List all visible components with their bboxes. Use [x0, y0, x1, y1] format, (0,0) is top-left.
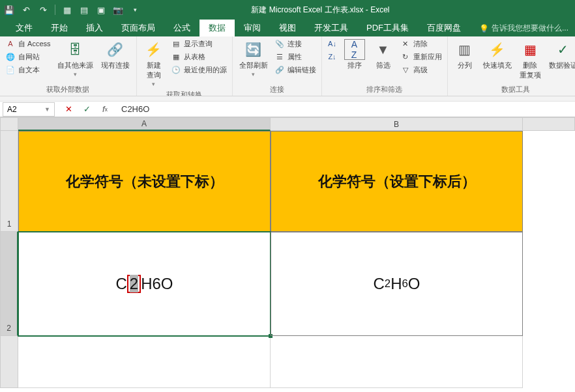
row-header-2[interactable]: 2 — [0, 232, 18, 336]
connection-icon: 🔗 — [105, 39, 126, 60]
cell-b1[interactable]: 化学符号（设置下标后） — [271, 131, 523, 232]
qat-icon-3[interactable]: ▣ — [96, 5, 106, 15]
undo-icon[interactable]: ↶ — [21, 5, 31, 15]
text-icon: 📄 — [5, 64, 16, 75]
tab-file[interactable]: 文件 — [7, 20, 42, 36]
row-header-3[interactable] — [0, 336, 18, 388]
sort-asc-icon: A↓ — [327, 38, 338, 49]
advanced-icon: ▽ — [400, 64, 411, 75]
redo-icon[interactable]: ↷ — [38, 5, 48, 15]
tab-baidu[interactable]: 百度网盘 — [418, 20, 470, 36]
group-external-data: A自 Access 🌐自网站 📄自文本 🗄自其他来源▾ 🔗现有连接 获取外部数据 — [0, 36, 137, 96]
group-title: 获取外部数据 — [4, 83, 132, 96]
group-title: 获取和转换 — [141, 89, 228, 96]
name-box[interactable]: A2 ▼ — [3, 102, 55, 117]
web-icon: 🌐 — [5, 51, 16, 62]
tell-me-label: 告诉我您想要做什么... — [492, 23, 568, 34]
from-table-button[interactable]: ▦从表格 — [170, 51, 228, 63]
cancel-edit-button[interactable]: ✕ — [63, 104, 74, 115]
dropdown-icon[interactable]: ▼ — [44, 106, 50, 113]
advanced-filter-button[interactable]: ▽高级 — [399, 64, 443, 76]
confirm-edit-button[interactable]: ✓ — [81, 104, 93, 115]
group-sort-filter: A↓ Z↓ AZ排序 ▼筛选 ✕清除 ↻重新应用 ▽高级 排序和筛选 — [322, 36, 448, 96]
tab-review[interactable]: 审阅 — [235, 20, 270, 36]
grid: A B 1 化学符号（未设置下标） 化学符号（设置下标后） 2 C2H6O C2… — [0, 117, 575, 388]
from-other-button[interactable]: 🗄自其他来源▾ — [55, 38, 96, 79]
camera-icon[interactable]: 📷 — [113, 5, 123, 15]
cell-a1[interactable]: 化学符号（未设置下标） — [18, 131, 271, 232]
b2-sub2: 6 — [402, 277, 408, 290]
fx-button[interactable]: fx — [99, 104, 111, 115]
cell-a2-pre: C — [115, 275, 126, 293]
qat-icon-2[interactable]: ▤ — [79, 5, 89, 15]
column-header-b[interactable]: B — [271, 117, 523, 131]
sort-asc-button[interactable]: A↓ — [326, 38, 339, 49]
from-text-button[interactable]: 📄自文本 — [4, 64, 52, 76]
flash-fill-button[interactable]: ⚡快速填充 — [480, 38, 514, 72]
recent-sources-button[interactable]: 🕒最近使用的源 — [170, 64, 228, 76]
edit-links-button[interactable]: 🔗编辑链接 — [273, 64, 317, 76]
edit-link-icon: 🔗 — [274, 64, 285, 75]
existing-conn-button[interactable]: 🔗现有连接 — [98, 38, 132, 72]
select-all-corner[interactable] — [0, 117, 18, 131]
filter-button[interactable]: ▼筛选 — [370, 38, 396, 72]
formula-bar: A2 ▼ ✕ ✓ fx C2H6O — [0, 102, 575, 117]
list-icon: ▤ — [171, 38, 181, 49]
cell-b2[interactable]: C2H6O — [271, 232, 523, 336]
group-title: 排序和筛选 — [326, 83, 443, 96]
ribbon: A自 Access 🌐自网站 📄自文本 🗄自其他来源▾ 🔗现有连接 获取外部数据… — [0, 36, 575, 96]
sort-desc-button[interactable]: Z↓ — [326, 51, 339, 63]
tab-pdf[interactable]: PDF工具集 — [357, 20, 418, 36]
clear-filter-button[interactable]: ✕清除 — [399, 38, 443, 49]
flash-icon: ⚡ — [487, 39, 508, 60]
reapply-icon: ↻ — [400, 51, 411, 62]
quick-access-toolbar: 💾 ↶ ↷ ▦ ▤ ▣ 📷 ▾ — [0, 5, 144, 15]
tab-data[interactable]: 数据 — [199, 20, 235, 36]
reapply-button[interactable]: ↻重新应用 — [399, 51, 443, 63]
qat-separator — [55, 5, 55, 15]
query-icon: ⚡ — [143, 39, 164, 60]
column-header-a[interactable]: A — [18, 117, 271, 131]
text-to-columns-button[interactable]: ▥分列 — [452, 38, 478, 72]
group-title: 数据工具 — [452, 83, 575, 96]
tab-dev[interactable]: 开发工具 — [305, 20, 357, 36]
remove-dup-button[interactable]: ▦删除 重复项 — [517, 38, 544, 81]
tab-formulas[interactable]: 公式 — [164, 20, 199, 36]
split-icon: ▥ — [454, 39, 475, 60]
column-header-c[interactable] — [523, 117, 575, 131]
from-web-button[interactable]: 🌐自网站 — [4, 51, 52, 63]
filter-icon: ▼ — [373, 39, 394, 60]
data-validation-button[interactable]: ✓数据验证 — [546, 38, 575, 72]
cell-b3[interactable] — [271, 336, 523, 388]
show-queries-button[interactable]: ▤显示查询 — [170, 38, 228, 49]
save-icon[interactable]: 💾 — [4, 5, 14, 15]
tab-view[interactable]: 视图 — [270, 20, 305, 36]
properties-button[interactable]: ☰属性 — [273, 51, 317, 63]
b2-o: O — [408, 275, 420, 293]
validation-icon: ✓ — [553, 39, 574, 60]
props-icon: ☰ — [274, 51, 285, 62]
sort-button[interactable]: AZ排序 — [342, 38, 368, 72]
refresh-all-button[interactable]: 🔄全部刷新▾ — [237, 38, 271, 79]
row-header-1[interactable]: 1 — [0, 131, 18, 232]
group-data-tools: ▥分列 ⚡快速填充 ▦删除 重复项 ✓数据验证 数据工具 — [448, 36, 575, 96]
tab-home[interactable]: 开始 — [42, 20, 77, 36]
cell-a2[interactable]: C2H6O — [18, 232, 271, 336]
access-icon: A — [5, 38, 16, 49]
cell-a3[interactable] — [18, 336, 271, 388]
database-icon: 🗄 — [65, 39, 85, 60]
sort-icon: AZ — [344, 39, 365, 60]
connections-button[interactable]: 📎连接 — [273, 38, 317, 49]
formula-input[interactable]: C2H6O — [116, 104, 575, 114]
tab-layout[interactable]: 页面布局 — [112, 20, 164, 36]
recent-icon: 🕒 — [171, 64, 181, 75]
qat-icon-1[interactable]: ▦ — [62, 5, 72, 15]
from-access-button[interactable]: A自 Access — [4, 38, 52, 49]
link-icon: 📎 — [274, 38, 285, 49]
new-query-button[interactable]: ⚡新建 查询▾ — [141, 38, 167, 89]
tab-insert[interactable]: 插入 — [77, 20, 112, 36]
cell-a2-post: H6O — [141, 275, 173, 293]
tell-me[interactable]: 💡 告诉我您想要做什么... — [474, 20, 574, 36]
group-connections: 🔄全部刷新▾ 📎连接 ☰属性 🔗编辑链接 连接 — [233, 36, 322, 96]
qat-more-icon[interactable]: ▾ — [130, 5, 140, 15]
